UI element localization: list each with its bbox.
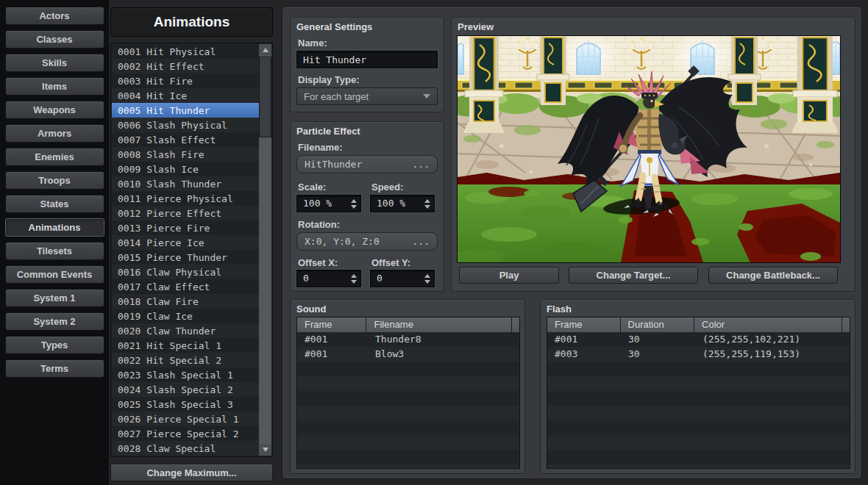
scroll-down-button[interactable] (259, 444, 271, 456)
animation-list-item[interactable]: 0019 Claw Ice (112, 309, 260, 323)
animation-list-item[interactable]: 0013 Pierce Fire (112, 220, 260, 235)
animation-list-item[interactable]: 0007 Slash Effect (112, 132, 260, 147)
animation-list-item[interactable]: 0002 Hit Effect (112, 59, 260, 73)
animation-id: 0007 (118, 134, 140, 146)
sidebar-item[interactable]: Tilesets (5, 242, 104, 260)
animation-id: 0015 (118, 252, 140, 263)
column-header-frame: Frame (297, 317, 366, 332)
name-label: Name: (298, 37, 327, 48)
animation-list-item[interactable]: 0011 Pierce Physical (112, 191, 260, 206)
animation-list-item[interactable]: 0023 Slash Special 1 (112, 367, 260, 382)
animation-list-item[interactable]: 0006 Slash Physical (112, 118, 260, 132)
animation-list-item[interactable]: 0018 Claw Fire (112, 294, 260, 309)
animation-list-item[interactable]: 0001 Hit Physical (112, 44, 260, 59)
speed-stepper[interactable]: 100 % (370, 195, 435, 212)
pillar (463, 36, 505, 133)
animation-id: 0002 (118, 61, 140, 72)
change-battleback-button[interactable]: Change Battleback... (708, 267, 838, 284)
animation-list-item[interactable]: 0004 Hit Ice (112, 88, 260, 103)
change-maximum-button[interactable]: Change Maximum... (110, 464, 273, 481)
animation-list-item[interactable]: 0021 Hit Special 1 (112, 338, 260, 353)
sound-row[interactable]: #001 Thunder8 (297, 332, 519, 347)
animation-name: Pierce Physical (146, 193, 232, 204)
animation-list-item[interactable]: 0012 Pierce Effect (112, 206, 260, 220)
offset-x-stepper[interactable]: 0 (296, 270, 361, 287)
sidebar-item-label: System 2 (33, 316, 75, 327)
sidebar-item[interactable]: Troops (5, 171, 104, 190)
spinner-down-icon[interactable] (424, 205, 430, 209)
scroll-up-button[interactable] (259, 44, 271, 56)
name-input[interactable] (296, 51, 438, 68)
sidebar-item[interactable]: System 1 (5, 289, 104, 307)
offset-y-stepper[interactable]: 0 (370, 270, 435, 287)
animation-name: Claw Physical (146, 267, 221, 278)
animation-list-item[interactable]: 0003 Hit Fire (112, 73, 260, 88)
spinner-up-icon[interactable] (351, 274, 357, 278)
animation-list-item[interactable]: 0027 Pierce Special 2 (112, 426, 260, 441)
scrollbar-thumb[interactable] (259, 57, 271, 137)
spinner-up-icon[interactable] (351, 199, 357, 203)
animation-name: Claw Fire (146, 296, 198, 307)
flash-duration-cell: 30 (621, 347, 694, 362)
spinner-up-icon[interactable] (424, 274, 430, 278)
sidebar-item[interactable]: Actors (5, 7, 104, 25)
display-type-label: Display Type: (298, 74, 360, 85)
animation-name: Slash Thunder (146, 179, 221, 190)
animation-list-item[interactable]: 0017 Claw Effect (112, 279, 260, 294)
display-type-dropdown[interactable]: For each target (296, 87, 438, 105)
play-button[interactable]: Play (459, 267, 559, 284)
animation-list-item[interactable]: 0005 Hit Thunder (112, 103, 260, 118)
animation-name: Hit Fire (146, 76, 193, 87)
spinner-down-icon[interactable] (351, 280, 357, 284)
animation-list-item[interactable]: 0008 Slash Fire (112, 147, 260, 162)
scale-stepper[interactable]: 100 % (296, 195, 361, 212)
spinner-down-icon[interactable] (351, 205, 357, 209)
animation-list-item[interactable]: 0010 Slash Thunder (112, 176, 260, 191)
animation-name: Claw Effect (146, 281, 210, 292)
sidebar-item[interactable]: Classes (5, 30, 104, 48)
flash-table: Frame Duration Color #001 30 (255,255,10… (547, 317, 850, 469)
animation-id: 0021 (118, 340, 140, 351)
animation-list-item[interactable]: 0028 Claw Special (112, 441, 260, 456)
sidebar-item[interactable]: Terms (5, 359, 104, 378)
sidebar-item[interactable]: Items (5, 77, 104, 96)
animation-list-item[interactable]: 0014 Pierce Ice (112, 235, 260, 250)
animation-list-item[interactable]: 0026 Pierce Special 1 (112, 412, 260, 426)
animation-list-item[interactable]: 0022 Hit Special 2 (112, 353, 260, 367)
sidebar-item[interactable]: Skills (5, 54, 104, 72)
list-scrollbar[interactable] (259, 44, 271, 456)
sound-frame-cell: #001 (297, 347, 367, 362)
sidebar-item-label: Actors (39, 10, 69, 21)
sidebar-item[interactable]: States (5, 195, 104, 213)
animation-list-item[interactable]: 0009 Slash Ice (112, 162, 260, 176)
flash-row[interactable]: #001 30 (255,255,102,221) (547, 332, 850, 347)
animation-id: 0027 (118, 428, 140, 439)
sound-row[interactable]: #001 Blow3 (297, 347, 519, 362)
animation-name: Slash Special 1 (146, 370, 232, 381)
flash-row[interactable]: #003 30 (255,255,119,153) (547, 347, 850, 362)
filename-picker[interactable]: HitThunder ... (296, 155, 438, 173)
spinner-down-icon[interactable] (424, 280, 430, 284)
sidebar-item[interactable]: Weapons (5, 101, 104, 119)
animation-list-item[interactable]: 0016 Claw Physical (112, 265, 260, 279)
column-header-duration: Duration (621, 317, 694, 332)
animation-list-item[interactable]: 0025 Slash Special 3 (112, 397, 260, 412)
animation-id: 0006 (118, 120, 140, 131)
animation-list-item[interactable]: 0015 Pierce Thunder (112, 250, 260, 265)
change-target-button[interactable]: Change Target... (569, 267, 698, 284)
sidebar-item[interactable]: Types (5, 336, 104, 354)
rotation-picker[interactable]: X:0, Y:0, Z:0 ... (296, 232, 438, 251)
animation-name: Slash Fire (146, 149, 204, 160)
sidebar-item[interactable]: Armors (5, 124, 104, 143)
sidebar-item[interactable]: Enemies (5, 148, 104, 166)
sidebar-item[interactable]: Common Events (5, 265, 104, 284)
offset-x-label: Offset X: (298, 257, 338, 268)
animation-name: Pierce Effect (146, 208, 221, 219)
spinner-up-icon[interactable] (424, 199, 430, 203)
animation-list-item[interactable]: 0024 Slash Special 2 (112, 382, 260, 397)
pillar (728, 36, 761, 105)
sidebar-item[interactable]: Animations (5, 218, 104, 237)
sidebar-item[interactable]: System 2 (5, 312, 104, 331)
animation-list-item[interactable]: 0020 Claw Thunder (112, 323, 260, 338)
animation-id: 0019 (118, 311, 140, 322)
